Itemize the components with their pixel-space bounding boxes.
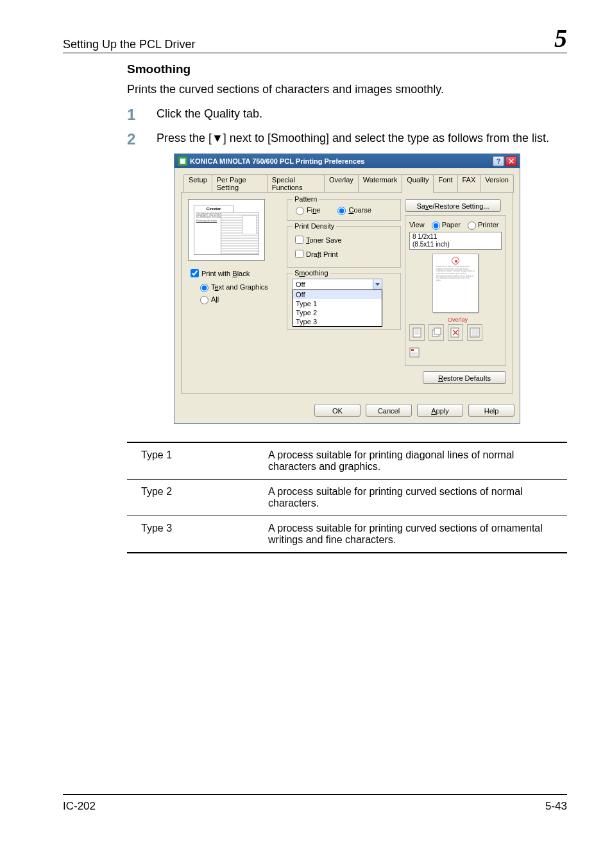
- print-with-black-label: Print with Black: [201, 270, 250, 277]
- step-number-1: 1: [127, 106, 157, 124]
- pattern-coarse-radio[interactable]: Coarse: [334, 205, 371, 215]
- overlay-icon: [450, 327, 461, 338]
- tab-font[interactable]: Font: [433, 174, 457, 193]
- view-printer-radio[interactable]: Printer: [464, 220, 498, 230]
- header-section: Setting Up the PCL Driver: [63, 38, 554, 51]
- dialog-button-row: OK Cancel Apply Help: [174, 404, 520, 423]
- smoothing-option-off[interactable]: Off: [293, 290, 382, 299]
- ok-button[interactable]: OK: [314, 404, 361, 417]
- printing-preferences-dialog: KONICA MINOLTA 750/600 PCL Printing Pref…: [174, 153, 520, 424]
- tab-watermark[interactable]: Watermark: [358, 174, 402, 193]
- view-paper-input[interactable]: [432, 221, 440, 230]
- print-with-black-checkbox[interactable]: Print with Black: [188, 267, 283, 279]
- pattern-coarse-label: Coarse: [348, 206, 371, 214]
- smoothing-option-type1[interactable]: Type 1: [293, 299, 382, 308]
- svg-rect-13: [411, 349, 414, 351]
- all-input[interactable]: [200, 296, 208, 304]
- option-icon-4[interactable]: [467, 324, 482, 341]
- view-paper-label: Paper: [442, 221, 461, 229]
- tab-quality[interactable]: Quality: [402, 174, 434, 193]
- draft-print-checkbox[interactable]: Draft Print: [293, 248, 395, 260]
- type-description-table: Type 1 A process suitable for printing d…: [127, 442, 567, 553]
- tab-setup[interactable]: Setup: [183, 174, 212, 193]
- pattern-fine-radio[interactable]: Fine: [293, 205, 320, 215]
- page-icon: [412, 327, 421, 338]
- smoothing-selected: Off: [296, 281, 305, 288]
- help-button[interactable]: ?: [493, 156, 504, 166]
- apply-button[interactable]: Apply: [417, 404, 463, 417]
- type2-desc: A process suitable for printing curved s…: [262, 480, 567, 516]
- divider: [63, 53, 567, 53]
- pattern-fine-label: Fine: [307, 206, 320, 214]
- svg-rect-0: [413, 328, 421, 337]
- help-button-bottom[interactable]: Help: [468, 404, 514, 417]
- quality-panel: Greeter This shop uses services of an ou…: [181, 192, 513, 394]
- draft-print-input[interactable]: [295, 250, 303, 258]
- tab-overlay[interactable]: Overlay: [324, 174, 359, 193]
- sample-greeter-text: Greeter: [194, 207, 233, 211]
- text-graphics-radio[interactable]: Text and Graphics: [197, 282, 283, 292]
- window-title: KONICA MINOLTA 750/600 PCL Printing Pref…: [190, 157, 491, 165]
- close-button[interactable]: [506, 156, 517, 166]
- table-row: Type 3 A process suitable for printing c…: [127, 516, 567, 553]
- tab-per-page[interactable]: Per Page Setting: [212, 174, 268, 193]
- stack-icon: [431, 327, 441, 338]
- all-label: All: [211, 295, 219, 303]
- type1-name: Type 1: [127, 442, 262, 480]
- document-list-icon: [409, 347, 420, 358]
- app-icon: [178, 157, 187, 166]
- smoothing-listbox[interactable]: Off Type 1 Type 2 Type 3: [293, 290, 382, 327]
- text-graphics-input[interactable]: [200, 284, 208, 292]
- print-with-black-input[interactable]: [191, 269, 199, 277]
- view-paper-radio[interactable]: Paper: [429, 220, 461, 230]
- footer: IC-202 5-43: [63, 794, 567, 813]
- toner-save-input[interactable]: [295, 236, 303, 244]
- save-restore-button[interactable]: Save/Restore Setting...: [405, 199, 501, 212]
- density-group: Print Density Toner Save Draft Print: [287, 226, 401, 268]
- option-icon-5[interactable]: [409, 347, 420, 358]
- draft-print-label: Draft Print: [306, 250, 338, 258]
- tabstrip: Setup Per Page Setting Special Functions…: [181, 174, 513, 193]
- pattern-fine-input[interactable]: [296, 207, 304, 215]
- restore-defaults-button[interactable]: Restore Defaults: [423, 371, 506, 384]
- toner-save-checkbox[interactable]: Toner Save: [293, 234, 395, 246]
- paper-size-line1: 8 1/2x11: [412, 233, 498, 241]
- type3-desc: A process suitable for printing curved s…: [262, 516, 567, 553]
- paper-size-readout: 8 1/2x11 (8.5x11 inch): [409, 232, 502, 250]
- view-printer-label: Printer: [478, 221, 498, 229]
- view-group: View Paper Printer: [405, 215, 506, 366]
- smoothing-option-type3[interactable]: Type 3: [293, 317, 382, 326]
- footer-left: IC-202: [63, 800, 96, 813]
- page-title: Smoothing: [127, 62, 567, 76]
- svg-rect-6: [451, 328, 459, 337]
- section-intro: Prints the curved sections of characters…: [127, 82, 567, 97]
- pattern-coarse-input[interactable]: [337, 207, 346, 215]
- type1-desc: A process suitable for printing diagonal…: [262, 442, 567, 480]
- smoothing-option-type2[interactable]: Type 2: [293, 308, 382, 317]
- close-icon: [509, 159, 514, 164]
- smoothing-group-title: Smoothing: [293, 269, 330, 277]
- table-row: Type 1 A process suitable for printing d…: [127, 442, 567, 480]
- footer-right: 5-43: [545, 800, 567, 813]
- tab-fax[interactable]: FAX: [457, 174, 481, 193]
- smoothing-combobox[interactable]: Off: [293, 279, 382, 290]
- sample-preview: Greeter This shop uses services of an ou…: [188, 199, 265, 261]
- pattern-group-title: Pattern: [293, 195, 319, 203]
- cancel-button[interactable]: Cancel: [366, 404, 412, 417]
- table-row: Type 2 A process suitable for printing c…: [127, 480, 567, 516]
- all-radio[interactable]: All: [197, 294, 283, 304]
- paper-size-line2: (8.5x11 inch): [412, 241, 498, 248]
- option-icon-3[interactable]: [448, 324, 463, 341]
- tab-version[interactable]: Version: [480, 174, 514, 193]
- chapter-number: 5: [554, 26, 567, 51]
- view-printer-input[interactable]: [468, 221, 476, 230]
- smoothing-group: Smoothing Off Off: [287, 273, 401, 330]
- pattern-group: Pattern Fine Coarse: [287, 199, 401, 221]
- step-text-1: Click the Quality tab.: [157, 106, 567, 124]
- smoothing-dropdown-arrow[interactable]: [373, 279, 382, 290]
- type2-name: Type 2: [127, 480, 262, 516]
- option-icon-2[interactable]: [429, 324, 444, 341]
- tab-special[interactable]: Special Functions: [267, 174, 325, 193]
- option-icon-1[interactable]: [409, 324, 425, 341]
- chevron-down-icon: [375, 283, 380, 286]
